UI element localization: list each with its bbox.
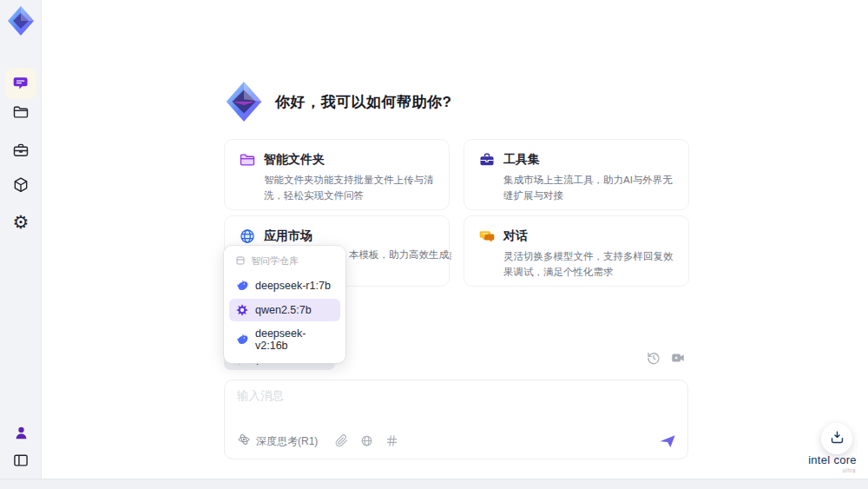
chat-icon <box>12 75 30 92</box>
model-option-deepseek-r1[interactable]: deepseek-r1:7b <box>229 274 340 297</box>
atom-icon <box>237 433 251 450</box>
card-dialogue[interactable]: 对话 灵活切换多模型文件，支持多样回复效果调试，满足个性化需求 <box>464 215 689 287</box>
sidebar-item-apps[interactable] <box>12 176 30 194</box>
deepseek-whale-icon <box>235 333 249 347</box>
app-window: ⚙ <box>0 0 868 489</box>
globe-icon[interactable] <box>360 434 374 448</box>
sidebar-item-folders[interactable] <box>12 103 30 121</box>
deep-think-label: 深度思考(R1) <box>256 434 318 449</box>
sidebar-item-user[interactable] <box>12 424 30 441</box>
download-tray-icon <box>829 429 845 449</box>
sidebar-item-chat[interactable] <box>5 68 36 99</box>
message-input[interactable] <box>237 389 654 402</box>
folder-icon <box>239 151 256 169</box>
gear-icon: ⚙ <box>13 214 30 231</box>
briefcase-icon <box>478 151 496 169</box>
panel-layout-icon <box>12 452 30 469</box>
cube-icon <box>12 176 30 194</box>
card-toolset[interactable]: 工具集 集成市场上主流工具，助力AI与外界无缝扩展与对接 <box>464 139 689 210</box>
send-button[interactable] <box>658 432 677 451</box>
sidebar: ⚙ <box>0 0 42 489</box>
card-title: 工具集 <box>503 152 540 168</box>
card-description: 集成市场上主流工具，助力AI与外界无缝扩展与对接 <box>503 173 674 204</box>
model-option-label: qwen2.5:7b <box>255 304 312 316</box>
deepseek-whale-icon <box>235 279 249 293</box>
intel-core-logo: intel core ultra <box>804 453 861 473</box>
greeting: 你好，我可以如何帮助你? <box>224 80 451 123</box>
model-option-label: deepseek-v2:16b <box>255 327 334 352</box>
intel-core-text: intel core <box>804 453 861 466</box>
dropdown-header-label: 智问学仓库 <box>251 254 299 268</box>
intel-ultra-text: ultra <box>804 467 861 473</box>
deep-think-toggle[interactable]: 深度思考(R1) <box>237 433 318 450</box>
repo-icon <box>235 255 246 268</box>
model-dropdown: 智问学仓库 deepseek-r1:7b qwen2.5:7b <box>224 246 345 363</box>
composer-toolbar: 深度思考(R1) <box>237 432 677 451</box>
sidebar-item-panel[interactable] <box>12 452 30 469</box>
bottom-strip <box>0 479 868 489</box>
composer-icons <box>335 434 399 448</box>
card-smart-folder[interactable]: 智能文件夹 智能文件夹功能支持批量文件上传与清洗，轻松实现文件问答 <box>224 139 450 210</box>
chat-bubbles-icon <box>478 228 496 245</box>
history-icon[interactable] <box>646 350 661 366</box>
model-option-label: deepseek-r1:7b <box>255 280 331 292</box>
globe-icon <box>239 228 256 245</box>
sidebar-item-toolbox[interactable] <box>12 142 30 159</box>
video-icon[interactable] <box>670 350 686 366</box>
folder-icon <box>12 103 30 121</box>
qwen-star-icon <box>235 303 249 317</box>
message-composer: 深度思考(R1) <box>224 380 688 459</box>
paperclip-icon[interactable] <box>335 434 349 448</box>
sidebar-item-settings[interactable]: ⚙ <box>12 214 30 231</box>
dropdown-header: 智问学仓库 <box>229 252 340 273</box>
card-title: 对话 <box>503 228 528 244</box>
page-title: 你好，我可以如何帮助你? <box>275 92 451 112</box>
briefcase-icon <box>12 142 30 159</box>
card-description-fragment: 本模板，助力高效生成多 <box>349 248 451 261</box>
card-title: 智能文件夹 <box>264 152 325 168</box>
app-logo-icon <box>6 5 36 36</box>
session-tools <box>646 350 686 366</box>
model-option-qwen[interactable]: qwen2.5:7b <box>229 299 340 321</box>
hash-grid-icon[interactable] <box>385 434 399 448</box>
card-description: 智能文件夹功能支持批量文件上传与清洗，轻松实现文件问答 <box>264 173 435 204</box>
assistant-logo-icon <box>224 80 264 123</box>
card-title: 应用市场 <box>264 228 312 244</box>
card-description: 灵活切换多模型文件，支持多样回复效果调试，满足个性化需求 <box>503 249 674 281</box>
download-button[interactable] <box>821 423 852 454</box>
model-option-deepseek-v2[interactable]: deepseek-v2:16b <box>229 323 340 356</box>
user-icon <box>13 425 30 441</box>
